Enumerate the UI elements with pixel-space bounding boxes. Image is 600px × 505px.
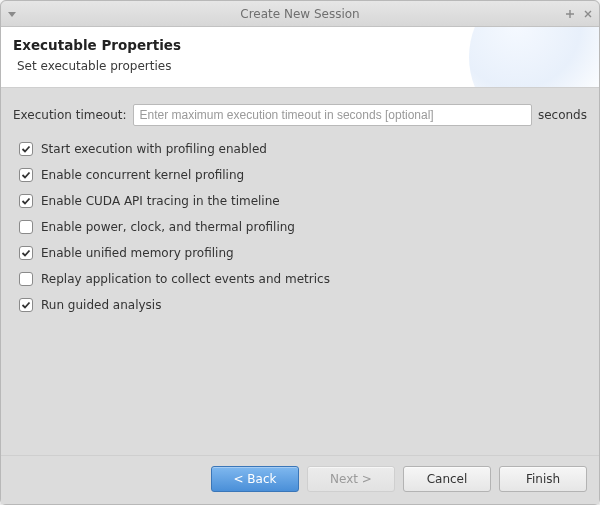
option-row[interactable]: Start execution with profiling enabled [19,136,587,162]
option-row[interactable]: Enable unified memory profiling [19,240,587,266]
execution-timeout-input[interactable] [133,104,532,126]
close-icon[interactable] [583,9,593,19]
option-row[interactable]: Replay application to collect events and… [19,266,587,292]
dialog-window: Create New Session Executable Properties… [0,0,600,505]
execution-timeout-label: Execution timeout: [13,108,127,122]
option-label: Enable unified memory profiling [41,246,234,260]
option-label: Enable CUDA API tracing in the timeline [41,194,280,208]
checkbox[interactable] [19,194,33,208]
cancel-button[interactable]: Cancel [403,466,491,492]
option-row[interactable]: Enable CUDA API tracing in the timeline [19,188,587,214]
option-row[interactable]: Run guided analysis [19,292,587,318]
wizard-header: Executable Properties Set executable pro… [1,27,599,88]
titlebar: Create New Session [1,1,599,27]
page-title: Executable Properties [13,37,587,53]
option-label: Enable concurrent kernel profiling [41,168,244,182]
option-label: Replay application to collect events and… [41,272,330,286]
option-label: Run guided analysis [41,298,161,312]
back-button[interactable]: < Back [211,466,299,492]
wizard-content: Execution timeout: seconds Start executi… [1,88,599,455]
window-menu-icon[interactable] [7,9,17,19]
next-button: Next > [307,466,395,492]
maximize-icon[interactable] [565,9,575,19]
execution-timeout-suffix: seconds [538,108,587,122]
option-row[interactable]: Enable concurrent kernel profiling [19,162,587,188]
checkbox[interactable] [19,298,33,312]
checkbox[interactable] [19,246,33,260]
options-list: Start execution with profiling enabledEn… [13,136,587,318]
page-subtitle: Set executable properties [17,59,587,73]
checkbox[interactable] [19,272,33,286]
window-title: Create New Session [240,7,359,21]
option-label: Start execution with profiling enabled [41,142,267,156]
checkbox[interactable] [19,168,33,182]
option-row[interactable]: Enable power, clock, and thermal profili… [19,214,587,240]
option-label: Enable power, clock, and thermal profili… [41,220,295,234]
execution-timeout-row: Execution timeout: seconds [13,104,587,126]
finish-button[interactable]: Finish [499,466,587,492]
checkbox[interactable] [19,220,33,234]
wizard-footer: < Back Next > Cancel Finish [1,455,599,504]
checkbox[interactable] [19,142,33,156]
